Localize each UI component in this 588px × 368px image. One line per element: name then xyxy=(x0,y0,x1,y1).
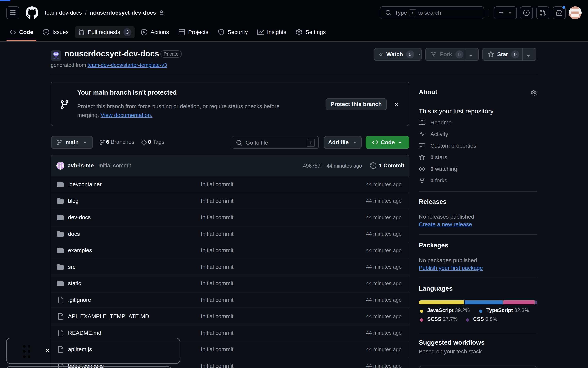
svg-text:Dev-Docs: Dev-Docs xyxy=(53,58,59,59)
